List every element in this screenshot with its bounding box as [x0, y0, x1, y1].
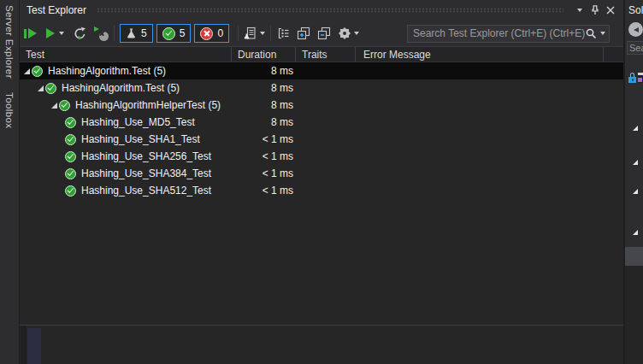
test-duration: < 1 ms	[231, 185, 293, 197]
expander-icon[interactable]	[633, 126, 638, 131]
add-pane-button[interactable]	[297, 24, 310, 43]
test-duration: 8 ms	[231, 116, 293, 128]
run-button[interactable]	[46, 24, 55, 43]
remove-pane-button[interactable]	[317, 24, 331, 43]
test-passed-icon	[45, 83, 56, 94]
drag-grip[interactable]	[97, 8, 563, 13]
run-all-icon	[24, 28, 37, 38]
repeat-last-run-button[interactable]	[73, 24, 87, 43]
cascade-minus-icon	[317, 26, 331, 40]
project-icon	[638, 73, 643, 83]
search-box	[407, 25, 610, 43]
passed-count: 5	[180, 27, 186, 39]
cancel-run-button[interactable]	[94, 24, 109, 43]
panel-title: Test Explorer	[27, 4, 86, 16]
failed-count: 0	[217, 27, 223, 39]
playlist-button[interactable]	[244, 24, 257, 43]
test-passed-icon	[59, 100, 70, 111]
test-name: Hashing_Use_SHA384_Test	[81, 167, 211, 179]
test-name: Hashing_Use_SHA512_Test	[81, 185, 211, 197]
test-row[interactable]: HashingAlgorithm.Test (5) 8 ms	[20, 62, 623, 79]
sidebar-tab-toolbox[interactable]: Toolbox	[4, 92, 15, 128]
run-all-button[interactable]	[24, 24, 37, 43]
sidebar-tab-server-explorer[interactable]: Server Explorer	[4, 5, 15, 79]
pin-button[interactable]	[587, 3, 603, 18]
toolbar: 5 5 0	[20, 21, 623, 46]
failed-tests-filter[interactable]: 0	[194, 24, 229, 43]
test-row[interactable]: HashingAlgorithm.Test (5) 8 ms	[20, 79, 623, 97]
test-duration: 8 ms	[231, 82, 293, 94]
title-bar: Test Explorer	[20, 0, 623, 21]
test-passed-icon	[65, 185, 76, 197]
solution-explorer-sliver: Sol Sea	[625, 0, 643, 364]
column-separator[interactable]	[231, 47, 232, 62]
test-row[interactable]: Hashing_Use_SHA512_Test < 1 ms	[20, 182, 623, 199]
test-row[interactable]: Hashing_Use_SHA256_Test < 1 ms	[20, 148, 623, 165]
solution-tree-lower-area	[625, 266, 643, 364]
test-name: HashingAlgorithm.Test (5)	[62, 82, 180, 94]
close-button[interactable]	[603, 3, 618, 18]
pushpin-icon	[589, 4, 601, 16]
window-position-button[interactable]	[572, 3, 587, 18]
column-header-traits[interactable]: Traits	[302, 47, 327, 62]
test-name: Hashing_Use_MD5_Test	[81, 116, 195, 128]
repeat-run-icon	[73, 26, 87, 41]
test-row[interactable]: Hashing_Use_SHA384_Test < 1 ms	[20, 165, 623, 182]
test-passed-icon	[32, 66, 43, 77]
solution-search-box[interactable]: Sea	[627, 41, 643, 55]
test-name: Hashing_Use_SHA256_Test	[81, 150, 211, 162]
expander-icon[interactable]	[51, 103, 57, 109]
test-row[interactable]: Hashing_Use_SHA1_Test < 1 ms	[20, 131, 623, 148]
details-pane	[20, 326, 623, 364]
test-duration: < 1 ms	[231, 133, 293, 145]
expander-icon[interactable]	[24, 68, 30, 74]
total-count: 5	[141, 27, 147, 39]
test-duration: < 1 ms	[231, 150, 293, 162]
test-passed-icon	[65, 117, 76, 128]
search-input[interactable]	[413, 27, 585, 39]
lock-icon	[628, 73, 636, 84]
test-name: Hashing_Use_SHA1_Test	[81, 133, 200, 145]
column-header-duration[interactable]: Duration	[238, 47, 276, 62]
test-row[interactable]: HashingAlgorithmHelperTest (5) 8 ms	[20, 97, 623, 114]
back-button[interactable]	[628, 22, 643, 37]
test-name: HashingAlgorithm.Test (5)	[48, 65, 166, 77]
circle-arrow-left-icon	[634, 27, 639, 32]
test-duration: < 1 ms	[231, 167, 293, 179]
settings-dropdown-button[interactable]	[354, 24, 359, 43]
left-sidebar: Server Explorer Toolbox	[0, 0, 19, 364]
run-dropdown-button[interactable]	[59, 24, 64, 43]
column-separator[interactable]	[355, 47, 356, 62]
column-header-error-message[interactable]: Error Message	[363, 47, 431, 62]
column-separator[interactable]	[295, 47, 296, 62]
settings-button[interactable]	[338, 24, 351, 43]
group-by-button[interactable]	[276, 24, 290, 43]
test-passed-icon	[65, 151, 76, 162]
test-name: HashingAlgorithmHelperTest (5)	[75, 99, 221, 111]
toolbar-separator	[114, 26, 115, 41]
caret-down-icon	[260, 32, 265, 35]
beaker-icon	[126, 27, 137, 39]
toolbar-separator	[270, 26, 271, 41]
playlist-dropdown-button[interactable]	[260, 24, 265, 43]
expander-icon[interactable]	[633, 189, 638, 194]
expander-icon[interactable]	[633, 160, 638, 165]
cancel-run-icon	[94, 26, 109, 41]
expander-icon[interactable]	[633, 230, 638, 235]
passed-tests-filter[interactable]: 5	[156, 24, 192, 43]
solution-tree-selected-row[interactable]	[625, 247, 643, 266]
column-separator[interactable]	[603, 47, 604, 62]
test-playlist-icon	[244, 26, 257, 40]
gear-icon	[338, 26, 351, 40]
total-tests-filter[interactable]: 5	[120, 24, 153, 43]
grid-header: Test Duration Traits Error Message	[20, 46, 623, 62]
test-grid: Test Duration Traits Error Message Hashi…	[20, 46, 623, 199]
play-icon	[46, 28, 55, 38]
test-row[interactable]: Hashing_Use_MD5_Test 8 ms	[20, 114, 623, 131]
search-dropdown-button[interactable]	[600, 32, 605, 35]
column-header-test[interactable]: Test	[26, 47, 44, 62]
test-passed-icon	[65, 168, 76, 179]
search-icon[interactable]	[585, 27, 598, 40]
expander-icon[interactable]	[38, 85, 44, 91]
test-explorer-panel: Test Explorer	[20, 0, 623, 364]
